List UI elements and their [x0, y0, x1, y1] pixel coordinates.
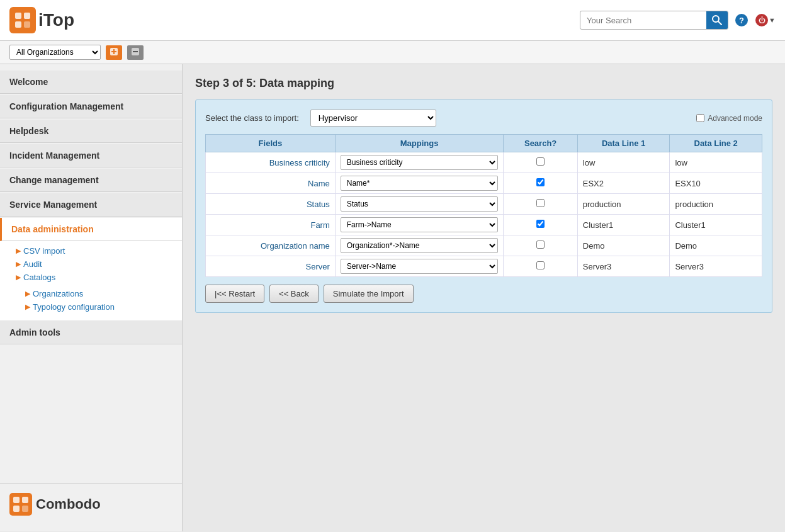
arrow-icon: ▶ [16, 273, 21, 281]
sidebar-item-service-mgmt[interactable]: Service Management [0, 193, 182, 217]
advanced-mode-label: Advanced mode [708, 114, 762, 123]
table-row: FarmFarm->NameCluster1Cluster1 [206, 215, 762, 235]
svg-rect-16 [22, 497, 28, 503]
field-cell: Organization name [206, 235, 336, 256]
logo-icon [9, 7, 36, 33]
mapping-select[interactable]: Status [341, 196, 499, 212]
col-header-mappings: Mappings [335, 135, 504, 152]
mapping-table: Fields Mappings Search? Data Line 1 Data… [205, 134, 762, 277]
restart-button[interactable]: |<< Restart [205, 285, 264, 303]
user-menu-button[interactable]: ⏻ ▼ [755, 13, 776, 27]
simulate-button[interactable]: Simulate the Import [324, 285, 414, 303]
search-input[interactable] [580, 13, 706, 28]
svg-text:⏻: ⏻ [759, 16, 765, 24]
sidebar-item-incident-mgmt[interactable]: Incident Management [0, 144, 182, 167]
search-checkbox[interactable] [536, 157, 545, 166]
table-row: Business criticityBusiness criticitylowl… [206, 152, 762, 173]
mapping-cell: Business criticity [335, 152, 504, 173]
field-cell: Business criticity [206, 152, 336, 173]
mapping-select[interactable]: Name* [341, 176, 499, 191]
search-checkbox[interactable] [536, 241, 545, 249]
mapping-tbody: Business criticityBusiness criticitylowl… [206, 152, 762, 277]
sidebar-item-config-mgmt[interactable]: Configuration Management [0, 95, 182, 118]
sidebar-sub-data-admin: ▶ CSV import ▶ Audit ▶ Catalogs [0, 241, 182, 320]
search-checkbox[interactable] [536, 199, 545, 207]
svg-rect-2 [15, 21, 21, 28]
mapping-cell: Status [335, 194, 504, 215]
search-box [580, 11, 728, 30]
data-line-1-cell: Server3 [577, 256, 670, 277]
svg-text:?: ? [739, 16, 744, 25]
sidebar-item-audit[interactable]: ▶ Audit [13, 258, 182, 271]
table-row: Organization nameOrganization*->NameDemo… [206, 235, 762, 256]
sidebar-item-csv-import[interactable]: ▶ CSV import [13, 244, 182, 258]
sidebar-sub-catalogs: ▶ Organizations ▶ Typology configuration [13, 284, 182, 317]
search-cell [504, 152, 577, 173]
organization-select[interactable]: All Organizations [9, 45, 101, 60]
mapping-cell: Server->Name [335, 256, 504, 277]
combodo-text: Combodo [36, 496, 101, 512]
mapping-cell: Organization*->Name [335, 235, 504, 256]
nav-section-incident-mgmt: Incident Management [0, 144, 182, 167]
data-line-1-cell: Cluster1 [577, 215, 670, 235]
nav-section-admin-tools: Admin tools [0, 321, 182, 344]
class-select[interactable]: Hypervisor [310, 110, 436, 127]
sidebar: Welcome Configuration Management Helpdes… [0, 64, 183, 531]
search-cell [504, 173, 577, 194]
combodo-icon [9, 493, 32, 516]
data-line-2-cell: ESX10 [670, 173, 762, 194]
main-layout: Welcome Configuration Management Helpdes… [0, 64, 785, 531]
search-checkbox[interactable] [536, 178, 545, 186]
svg-rect-17 [13, 506, 20, 512]
col-header-search: Search? [504, 135, 577, 152]
search-button[interactable] [706, 11, 728, 29]
nav-section-change-mgmt: Change management [0, 169, 182, 192]
search-cell [504, 215, 577, 235]
col-header-fields: Fields [206, 135, 336, 152]
search-cell [504, 194, 577, 215]
field-cell: Farm [206, 215, 336, 235]
advanced-mode-row: Advanced mode [696, 114, 762, 123]
arrow-icon: ▶ [16, 260, 21, 268]
toolbar-icon-btn-1[interactable] [106, 45, 122, 60]
data-line-2-cell: Demo [670, 235, 762, 256]
back-button[interactable]: << Back [269, 285, 319, 303]
mapping-select[interactable]: Farm->Name [341, 217, 499, 232]
data-line-1-cell: production [577, 194, 670, 215]
table-row: StatusStatusproductionproduction [206, 194, 762, 215]
table-row: NameName*ESX2ESX10 [206, 173, 762, 194]
search-checkbox[interactable] [536, 261, 545, 269]
sidebar-item-typology-config[interactable]: ▶ Typology configuration [22, 300, 182, 314]
sidebar-item-catalogs[interactable]: ▶ Catalogs [13, 271, 182, 284]
class-select-label: Select the class to import: [205, 113, 299, 123]
sidebar-item-helpdesk[interactable]: Helpdesk [0, 120, 182, 143]
toolbar-icon-btn-2[interactable] [127, 45, 144, 60]
sidebar-item-change-mgmt[interactable]: Change management [0, 169, 182, 192]
svg-rect-18 [22, 506, 28, 512]
svg-rect-1 [24, 13, 30, 19]
field-cell: Status [206, 194, 336, 215]
nav-section-data-admin: Data administration ▶ CSV import ▶ Audit… [0, 218, 182, 320]
advanced-mode-checkbox[interactable] [696, 114, 704, 122]
arrow-icon: ▶ [25, 290, 30, 298]
nav-section-welcome: Welcome [0, 71, 182, 94]
header-right: ? ⏻ ▼ [580, 11, 776, 30]
search-checkbox[interactable] [536, 220, 545, 228]
mapping-select[interactable]: Organization*->Name [341, 238, 499, 253]
field-cell: Server [206, 256, 336, 277]
btn-row: |<< Restart << Back Simulate the Import [205, 285, 762, 303]
import-panel: Select the class to import: Hypervisor A… [195, 99, 772, 313]
mapping-cell: Farm->Name [335, 215, 504, 235]
help-button[interactable]: ? [735, 13, 748, 27]
sidebar-item-data-admin[interactable]: Data administration [0, 218, 182, 241]
data-line-1-cell: low [577, 152, 670, 173]
sidebar-item-admin-tools[interactable]: Admin tools [0, 321, 182, 344]
sidebar-item-organizations[interactable]: ▶ Organizations [22, 287, 182, 300]
mapping-select[interactable]: Server->Name [341, 259, 499, 274]
nav-section-helpdesk: Helpdesk [0, 120, 182, 143]
col-header-data2: Data Line 2 [670, 135, 762, 152]
svg-rect-0 [15, 13, 21, 19]
sidebar-item-welcome[interactable]: Welcome [0, 71, 182, 94]
table-row: ServerServer->NameServer3Server3 [206, 256, 762, 277]
mapping-select[interactable]: Business criticity [341, 155, 499, 170]
